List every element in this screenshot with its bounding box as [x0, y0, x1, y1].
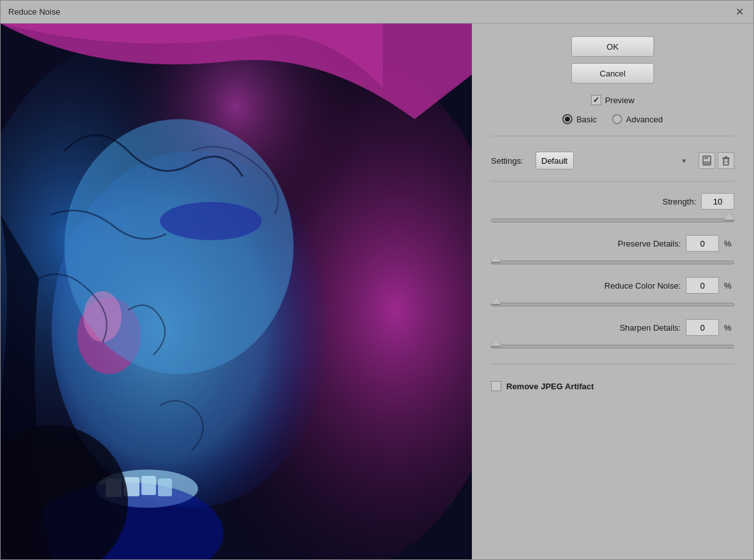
svg-rect-19	[704, 161, 710, 164]
strength-input[interactable]	[701, 193, 734, 210]
preserve-details-slider-wrapper[interactable]	[491, 257, 734, 268]
settings-label: Settings:	[491, 156, 529, 166]
preview-row: Preview	[491, 95, 734, 105]
preserve-details-percent: %	[724, 239, 734, 248]
settings-select[interactable]: Default	[536, 152, 574, 169]
divider-2	[491, 181, 734, 182]
preserve-details-input[interactable]	[686, 235, 719, 252]
svg-rect-20	[723, 159, 729, 165]
reduce-color-noise-slider-wrapper[interactable]	[491, 299, 734, 310]
sharpen-details-track	[491, 345, 734, 348]
dialog-body: OK Cancel Preview Basic Advanced	[1, 24, 753, 559]
preserve-details-group: Preserve Details: %	[491, 235, 734, 268]
svg-rect-15	[158, 478, 172, 496]
reduce-color-noise-thumb[interactable]	[491, 296, 501, 304]
advanced-label: Advanced	[626, 115, 663, 124]
svg-rect-18	[704, 156, 708, 159]
action-buttons: OK Cancel	[491, 36, 734, 83]
strength-fill	[492, 219, 734, 222]
strength-header: Strength:	[491, 193, 734, 210]
advanced-radio[interactable]	[612, 114, 622, 124]
preserve-details-thumb[interactable]	[491, 254, 501, 262]
preview-image	[1, 24, 472, 559]
jpeg-artifact-checkbox[interactable]	[491, 381, 501, 391]
save-preset-button[interactable]	[699, 152, 715, 169]
svg-point-10	[83, 291, 122, 342]
reduce-color-noise-input[interactable]	[686, 277, 719, 294]
delete-icon	[721, 155, 731, 166]
sharpen-details-slider-wrapper[interactable]	[491, 341, 734, 352]
cancel-button[interactable]: Cancel	[571, 63, 654, 83]
svg-point-11	[160, 202, 262, 240]
jpeg-artifact-label: Remove JPEG Artifact	[506, 382, 594, 391]
face-svg	[1, 24, 472, 559]
preview-checkbox-wrapper[interactable]: Preview	[591, 95, 634, 105]
reduce-color-noise-group: Reduce Color Noise: %	[491, 277, 734, 310]
preview-checkbox[interactable]	[591, 95, 601, 105]
controls-panel: OK Cancel Preview Basic Advanced	[472, 24, 753, 559]
strength-track	[491, 219, 734, 222]
delete-preset-button[interactable]	[718, 152, 734, 169]
sharpen-details-thumb[interactable]	[491, 338, 501, 346]
close-button[interactable]: ✕	[733, 6, 746, 18]
reduce-color-noise-header: Reduce Color Noise: %	[491, 277, 734, 294]
strength-group: Strength:	[491, 193, 734, 226]
settings-row: Settings: Default	[491, 152, 734, 169]
reduce-noise-dialog: Reduce Noise ✕	[0, 0, 754, 560]
dialog-title: Reduce Noise	[8, 7, 60, 17]
divider-3	[491, 364, 734, 364]
sharpen-details-group: Sharpen Details: %	[491, 319, 734, 352]
preserve-details-header: Preserve Details: %	[491, 235, 734, 252]
jpeg-artifact-row[interactable]: Remove JPEG Artifact	[491, 381, 734, 391]
reduce-color-noise-label: Reduce Color Noise:	[604, 281, 681, 291]
sharpen-details-input[interactable]	[686, 319, 719, 336]
basic-label: Basic	[576, 115, 597, 124]
settings-select-wrapper: Default	[536, 152, 692, 169]
title-bar: Reduce Noise ✕	[1, 1, 753, 24]
divider-1	[491, 136, 734, 136]
ok-button[interactable]: OK	[571, 36, 654, 57]
basic-radio-option[interactable]: Basic	[562, 114, 597, 124]
mode-row: Basic Advanced	[491, 114, 734, 124]
basic-radio[interactable]	[562, 114, 573, 124]
image-preview-panel	[1, 24, 472, 559]
sharpen-details-header: Sharpen Details: %	[491, 319, 734, 336]
sharpen-details-label: Sharpen Details:	[620, 323, 681, 333]
reduce-color-noise-percent: %	[724, 281, 734, 291]
reduce-color-noise-track	[491, 303, 734, 306]
strength-slider-wrapper[interactable]	[491, 215, 734, 226]
advanced-radio-option[interactable]: Advanced	[612, 114, 663, 124]
save-icon	[702, 155, 712, 166]
strength-thumb[interactable]	[724, 212, 734, 220]
strength-label: Strength:	[662, 197, 696, 206]
preserve-details-track	[491, 261, 734, 264]
preserve-details-label: Preserve Details:	[618, 239, 681, 248]
sharpen-details-percent: %	[724, 323, 734, 333]
svg-rect-14	[141, 476, 156, 495]
settings-icons	[699, 152, 734, 169]
preview-label: Preview	[605, 96, 634, 105]
